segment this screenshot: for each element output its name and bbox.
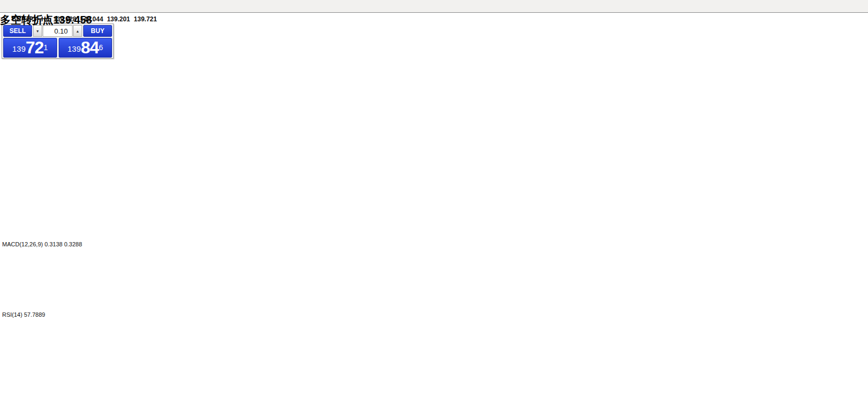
macd-indicator-label: MACD(12,26,9) 0.3138 0.3288	[2, 241, 82, 247]
sell-price-sup: 1	[44, 39, 48, 55]
rsi-indicator-label: RSI(14) 57.7889	[2, 311, 45, 318]
one-click-trading-panel: SELL ▼ 0.10 ▲ BUY 139721 139846	[2, 23, 114, 59]
bar-close: 139.721	[134, 15, 157, 23]
bar-low: 139.201	[107, 15, 130, 23]
buy-price-main: 84	[81, 39, 99, 56]
buy-price-sup: 6	[99, 39, 103, 55]
chart-window: ▲ GBPJPY-,H4 139.328 140.044 139.201 139…	[0, 13, 868, 409]
sell-price-main: 72	[26, 39, 44, 56]
sell-price-prefix: 139	[12, 42, 26, 56]
sell-price-button[interactable]: 139721	[3, 38, 57, 58]
price-chart-canvas[interactable]	[0, 13, 868, 409]
pivot-annotation-text[interactable]: 多空转折点139.458	[0, 13, 92, 27]
buy-price-button[interactable]: 139846	[59, 38, 113, 58]
buy-price-prefix: 139	[68, 42, 81, 56]
toolbar	[0, 0, 868, 13]
